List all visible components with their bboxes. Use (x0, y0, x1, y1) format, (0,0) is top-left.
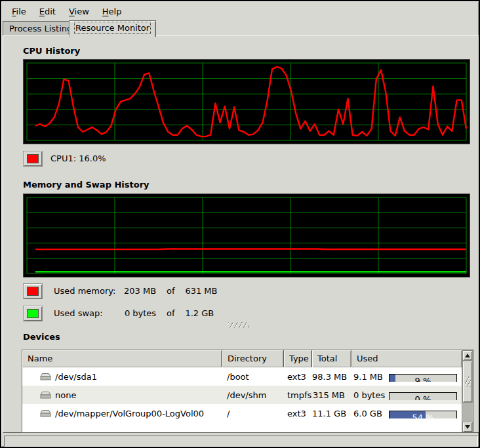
device-directory: /dev/shm (222, 390, 284, 400)
arrow-down-icon (465, 425, 470, 429)
device-total: 11.1 GB (312, 409, 351, 418)
device-name: none (55, 390, 76, 400)
device-row-none[interactable]: none /dev/shm tmpfs 315 MB 0 bytes 0 % (22, 386, 462, 404)
memory-swap-chart (24, 194, 470, 277)
used-swap-legend: Used swap: 0 bytes of 1.2 GB (54, 306, 214, 321)
arrow-up-icon (465, 354, 470, 357)
devices-table-header: Name Directory Type Total Used (22, 350, 462, 367)
disk-icon (40, 391, 51, 399)
usage-percent-label: 54 % (390, 411, 456, 418)
device-used: 9.1 MB (353, 372, 383, 382)
device-used: 0 bytes (353, 390, 385, 400)
device-used: 6.0 GB (353, 409, 382, 418)
devices-table-body: Name Directory Type Total Used /dev/sda1… (22, 350, 462, 432)
device-name: /dev/sda1 (55, 372, 97, 382)
device-name: /dev/mapper/VolGroup00-LogVol00 (55, 409, 204, 418)
column-header-total[interactable]: Total (312, 350, 351, 367)
column-header-used[interactable]: Used (351, 350, 462, 367)
device-type: ext3 (284, 372, 312, 382)
column-header-type[interactable]: Type (284, 350, 312, 367)
scroll-down-button[interactable] (462, 422, 473, 432)
device-row-logvol00[interactable]: /dev/mapper/VolGroup00-LogVol00 / ext3 1… (22, 404, 462, 422)
used-memory-color-button[interactable] (23, 283, 43, 299)
disk-icon (40, 373, 51, 381)
disk-icon (40, 409, 51, 418)
tab-resource-monitor[interactable]: Resource Monitor (69, 20, 156, 37)
used-swap-total: 1.2 GB (185, 308, 214, 318)
device-directory: /boot (222, 372, 284, 382)
devices-table: Name Directory Type Total Used /dev/sda1… (22, 350, 474, 433)
cpu1-legend-label: CPU1: 16.0% (50, 151, 106, 167)
column-header-directory[interactable]: Directory (222, 350, 284, 367)
used-swap-of: of (159, 306, 182, 321)
device-type: tmpfs (284, 390, 312, 400)
menu-view[interactable]: View (62, 5, 96, 18)
used-memory-legend: Used memory: 203 MB of 631 MB (54, 283, 218, 299)
usage-progress-bar: 0 % (389, 392, 457, 400)
device-type: ext3 (284, 409, 312, 418)
usage-percent-label: 0 % (390, 393, 456, 400)
thumb-grip-icon (465, 377, 471, 387)
menu-file[interactable]: File (5, 5, 33, 18)
system-monitor-window: File Edit View Help Process Listing Reso… (0, 0, 480, 448)
usage-percent-label: 9 % (390, 375, 456, 382)
scrollbar-thumb[interactable] (462, 361, 473, 403)
used-memory-of: of (159, 283, 182, 299)
used-swap-color-button[interactable] (23, 306, 43, 321)
device-row-sda1[interactable]: /dev/sda1 /boot ext3 98.3 MB 9.1 MB 9 % (22, 367, 462, 386)
cpu1-color-chip (27, 154, 39, 163)
tab-process-listing[interactable]: Process Listing (3, 21, 79, 36)
menubar: File Edit View Help (3, 3, 477, 20)
used-swap-value: 0 bytes (120, 306, 156, 321)
menu-edit[interactable]: Edit (33, 5, 62, 18)
memory-swap-title: Memory and Swap History (23, 180, 150, 190)
used-memory-total: 631 MB (185, 286, 217, 296)
status-bar (4, 436, 478, 447)
cpu1-color-button[interactable] (23, 151, 43, 167)
usage-progress-bar: 9 % (389, 374, 457, 382)
device-directory: / (222, 409, 284, 418)
used-memory-label: Used memory: (54, 283, 117, 299)
usage-progress-bar: 54 % (389, 411, 457, 418)
pane-resize-grip[interactable] (228, 322, 249, 328)
used-swap-label: Used swap: (54, 306, 117, 321)
cpu-history-title: CPU History (23, 46, 80, 56)
devices-title: Devices (23, 332, 60, 342)
used-memory-color-chip (27, 287, 39, 296)
menu-help[interactable]: Help (96, 5, 129, 18)
scroll-up-button[interactable] (462, 350, 473, 361)
device-total: 98.3 MB (312, 372, 351, 382)
used-memory-value: 203 MB (120, 283, 156, 299)
used-swap-color-chip (27, 309, 39, 318)
cpu-history-graph (23, 59, 470, 144)
scrollbar-trough[interactable] (462, 403, 473, 422)
device-total: 315 MB (312, 390, 351, 400)
column-header-name[interactable]: Name (22, 350, 222, 367)
table-empty-space (22, 422, 462, 432)
vertical-scrollbar[interactable] (462, 350, 473, 432)
cpu-history-chart (24, 60, 470, 144)
memory-swap-graph (23, 193, 470, 277)
